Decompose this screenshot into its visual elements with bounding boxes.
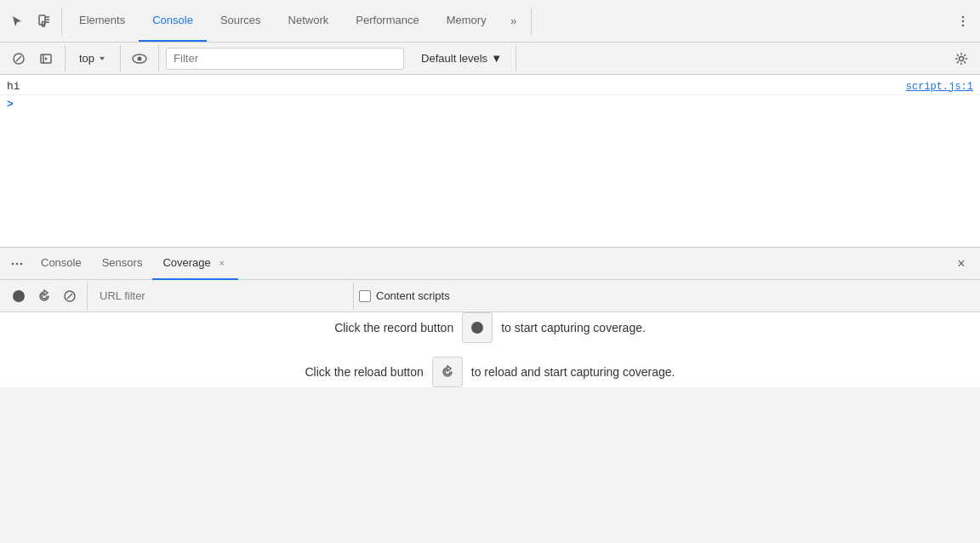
levels-label: Default levels: [421, 52, 487, 65]
drawer-more-button[interactable]: [7, 254, 27, 274]
console-log-entry: hi script.js:1: [0, 78, 980, 95]
close-coverage-tab-button[interactable]: ×: [216, 257, 228, 269]
console-log-source[interactable]: script.js:1: [906, 81, 973, 93]
tab-network[interactable]: Network: [275, 0, 343, 42]
drawer-tab-console[interactable]: Console: [31, 248, 92, 280]
coverage-toolbar: Content scripts: [0, 280, 980, 312]
drawer-tab-sensors-label: Sensors: [102, 256, 143, 269]
coverage-toolbar-sep-2: [353, 283, 354, 310]
select-element-button[interactable]: [3, 8, 31, 35]
svg-marker-13: [100, 57, 105, 60]
svg-line-9: [16, 56, 21, 61]
content-scripts-text: Content scripts: [376, 289, 450, 302]
console-settings-button[interactable]: [949, 47, 973, 71]
device-toolbar-button[interactable]: [31, 8, 58, 35]
toggle-sidebar-button[interactable]: [34, 47, 58, 71]
hint2-before-text: Click the reload button: [305, 365, 423, 379]
svg-point-16: [960, 56, 964, 60]
coverage-hint-2: Click the reload button to reload and st…: [305, 357, 675, 387]
start-coverage-button[interactable]: [7, 284, 31, 308]
console-output-area: hi script.js:1 >: [0, 75, 980, 247]
drawer-tab-console-label: Console: [41, 256, 82, 269]
more-tabs-button[interactable]: »: [500, 8, 527, 35]
tab-sources[interactable]: Sources: [207, 0, 275, 42]
svg-point-5: [962, 15, 965, 18]
drawer-tab-sensors[interactable]: Sensors: [92, 248, 153, 280]
hint-reload-button: [432, 357, 463, 387]
log-levels-button[interactable]: Default levels ▼: [414, 50, 509, 66]
hint1-before-text: Click the record button: [334, 321, 453, 334]
svg-point-7: [962, 24, 965, 26]
url-filter-input[interactable]: [93, 285, 348, 307]
tab-elements[interactable]: Elements: [66, 0, 139, 42]
console-toolbar-sep-1: [65, 45, 66, 72]
stop-coverage-button[interactable]: [58, 284, 82, 308]
svg-marker-12: [45, 57, 48, 60]
top-toolbar: Elements Console Sources Network Perform…: [0, 0, 980, 43]
devtools-menu-button[interactable]: [949, 8, 977, 35]
tab-memory[interactable]: Memory: [433, 0, 500, 42]
console-prompt-symbol: >: [7, 98, 14, 111]
svg-point-17: [12, 262, 14, 265]
console-toolbar-sep-2: [120, 45, 121, 72]
console-toolbar-sep-3: [158, 45, 159, 72]
drawer-tab-coverage-label: Coverage: [162, 256, 210, 269]
drawer-tab-coverage[interactable]: Coverage ×: [152, 248, 237, 280]
svg-point-23: [471, 322, 483, 334]
levels-arrow: ▼: [491, 52, 502, 65]
svg-point-20: [13, 290, 25, 302]
tab-performance[interactable]: Performance: [342, 0, 432, 42]
coverage-toolbar-sep: [87, 283, 88, 310]
hint1-after-text: to start capturing coverage.: [501, 321, 646, 334]
svg-point-19: [20, 262, 23, 265]
drawer-tabs: Console Sensors Coverage × ×: [0, 248, 980, 280]
lower-panel: Console Sensors Coverage × ×: [0, 247, 980, 387]
main-tabs: Elements Console Sources Network Perform…: [66, 0, 500, 42]
svg-point-6: [962, 20, 965, 22]
svg-point-15: [138, 56, 142, 60]
upper-panel: top Default levels ▼: [0, 43, 980, 247]
content-scripts-label[interactable]: Content scripts: [359, 289, 450, 302]
coverage-hint-1: Click the record button to start capturi…: [334, 312, 646, 343]
console-log-text: hi: [7, 80, 906, 93]
context-value: top: [79, 52, 94, 65]
toolbar-separator-2: [531, 8, 532, 35]
live-expressions-button[interactable]: [128, 47, 151, 71]
close-drawer-button[interactable]: ×: [949, 252, 973, 276]
coverage-hint-area: Click the record button to start capturi…: [0, 312, 980, 387]
hint2-after-text: to reload and start capturing coverage.: [471, 365, 675, 379]
context-selector[interactable]: top: [72, 50, 113, 66]
content-scripts-checkbox[interactable]: [359, 290, 371, 302]
console-toolbar-sep-4: [516, 45, 516, 72]
clear-console-button[interactable]: [7, 47, 31, 71]
hint-record-button: [462, 312, 493, 343]
console-toolbar: top Default levels ▼: [0, 43, 980, 75]
toolbar-separator-1: [61, 8, 62, 35]
tab-console[interactable]: Console: [139, 0, 207, 42]
console-filter-input[interactable]: [166, 48, 404, 70]
reload-coverage-button[interactable]: [32, 284, 56, 308]
svg-line-22: [67, 294, 72, 299]
svg-point-18: [16, 262, 19, 265]
console-prompt-line: >: [0, 95, 980, 112]
